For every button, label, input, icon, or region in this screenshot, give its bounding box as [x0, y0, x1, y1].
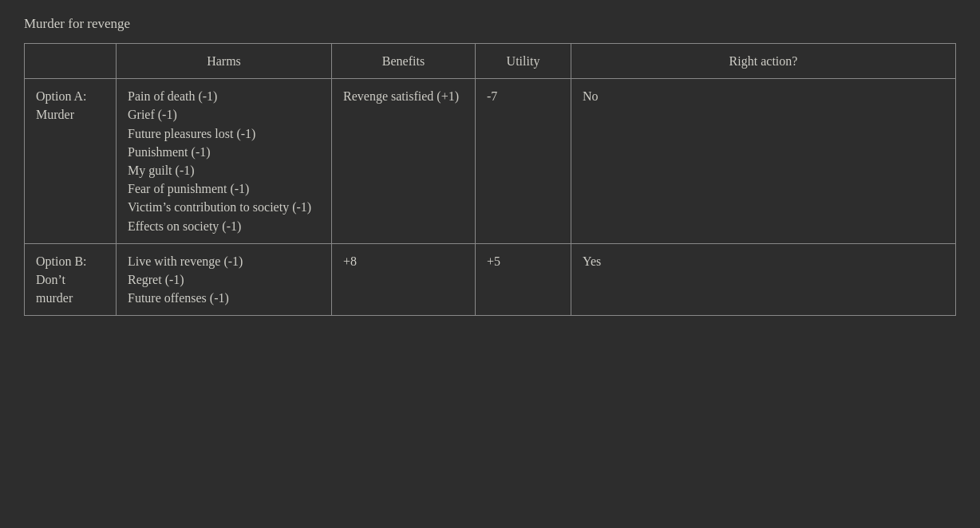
cell-right-action-1: Yes	[571, 243, 956, 316]
cell-harms-0: Pain of death (-1)Grief (-1)Future pleas…	[117, 79, 332, 244]
table-row: Option B:Don’tmurderLive with revenge (-…	[25, 243, 956, 316]
header-option	[25, 44, 117, 79]
cell-utility-1: +5	[476, 243, 571, 316]
cell-option-0: Option A:Murder	[25, 79, 117, 244]
page-title: Murder for revenge	[24, 16, 956, 32]
header-utility: Utility	[476, 44, 571, 79]
header-right-action: Right action?	[571, 44, 956, 79]
cell-utility-0: -7	[476, 79, 571, 244]
header-harms: Harms	[117, 44, 332, 79]
cell-benefits-1: +8	[332, 243, 476, 316]
cell-right-action-0: No	[571, 79, 956, 244]
cell-harms-1: Live with revenge (-1)Regret (-1)Future …	[117, 243, 332, 316]
main-container: Murder for revenge Harms Benefits Utilit…	[24, 16, 956, 316]
table-header-row: Harms Benefits Utility Right action?	[25, 44, 956, 79]
utility-table: Harms Benefits Utility Right action? Opt…	[24, 43, 956, 316]
table-row: Option A:MurderPain of death (-1)Grief (…	[25, 79, 956, 244]
header-benefits: Benefits	[332, 44, 476, 79]
cell-benefits-0: Revenge satisfied (+1)	[332, 79, 476, 244]
cell-option-1: Option B:Don’tmurder	[25, 243, 117, 316]
